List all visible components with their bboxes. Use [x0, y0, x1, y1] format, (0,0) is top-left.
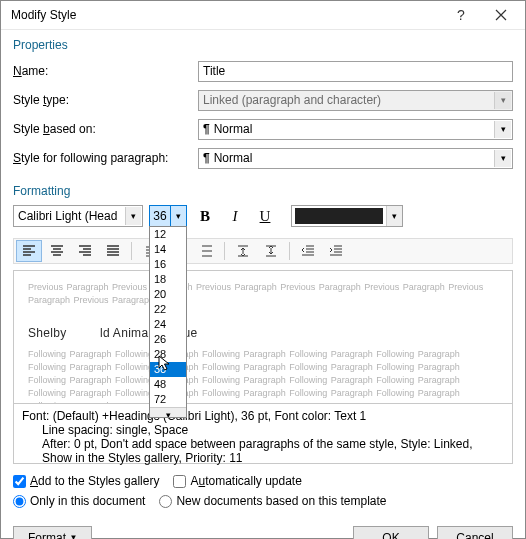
style-based-combo[interactable]: ¶ Normal ▾	[198, 119, 513, 140]
format-button[interactable]: Format ▼	[13, 526, 92, 539]
chevron-down-icon: ▾	[494, 92, 511, 109]
align-right-button[interactable]	[72, 240, 98, 262]
size-option[interactable]: 28	[150, 347, 186, 362]
align-center-button[interactable]	[44, 240, 70, 262]
align-justify-button[interactable]	[100, 240, 126, 262]
name-input[interactable]	[198, 61, 513, 82]
space-before-inc-button[interactable]	[230, 240, 256, 262]
following-para-label: Style for following paragraph:	[13, 151, 198, 165]
paragraph-icon: ¶	[203, 122, 210, 136]
font-family-value: Calibri Light (Head	[18, 209, 117, 223]
help-button[interactable]: ?	[441, 1, 481, 29]
space-after-icon	[263, 243, 279, 259]
size-option[interactable]: 12	[150, 227, 186, 242]
new-docs-radio[interactable]: New documents based on this template	[159, 494, 386, 508]
only-this-doc-input[interactable]	[13, 495, 26, 508]
following-para-combo[interactable]: ¶ Normal ▾	[198, 148, 513, 169]
font-color-combo[interactable]: ▾	[291, 205, 403, 227]
font-family-combo[interactable]: Calibri Light (Head ▾	[13, 205, 143, 227]
size-option[interactable]: 24	[150, 317, 186, 332]
formatting-section: Formatting Calibri Light (Head ▾ 36 ▾ B …	[13, 184, 513, 464]
dialog-footer: Format ▼ OK Cancel	[1, 516, 525, 539]
following-para-value: Normal	[214, 151, 253, 165]
preview-following: Following Paragraph Following Paragraph …	[28, 348, 498, 404]
decrease-indent-button[interactable]	[295, 240, 321, 262]
size-option[interactable]: 72	[150, 392, 186, 407]
italic-button[interactable]: I	[223, 205, 247, 227]
chevron-down-icon[interactable]: ▾	[386, 206, 402, 226]
space-before-dec-button[interactable]	[258, 240, 284, 262]
cancel-button[interactable]: Cancel	[437, 526, 513, 539]
formatting-header: Formatting	[13, 184, 513, 198]
chevron-down-icon[interactable]: ▾	[170, 206, 186, 226]
font-color-swatch	[295, 208, 383, 224]
ok-button[interactable]: OK	[353, 526, 429, 539]
chevron-down-icon: ▼	[69, 533, 77, 539]
indent-inc-icon	[328, 243, 344, 259]
font-size-value: 36	[150, 206, 170, 226]
size-option[interactable]: 14	[150, 242, 186, 257]
dialog-content: Properties Name: Style type: Linked (par…	[1, 30, 525, 516]
preview-previous: Previous Paragraph Previous Paragraph Pr…	[28, 281, 498, 307]
name-row: Name:	[13, 58, 513, 84]
chevron-down-icon[interactable]: ▾	[494, 121, 511, 138]
auto-update-input[interactable]	[173, 475, 186, 488]
add-to-gallery-checkbox[interactable]: Add to the Styles gallery	[13, 474, 159, 488]
following-para-row: Style for following paragraph: ¶ Normal …	[13, 145, 513, 171]
style-description: Font: (Default) +Headings (Calibri Light…	[13, 404, 513, 464]
desc-line-3: After: 0 pt, Don't add space between par…	[22, 437, 504, 465]
properties-header: Properties	[13, 38, 513, 52]
font-toolbar: Calibri Light (Head ▾ 36 ▾ B I U ▾ 12 14	[13, 204, 513, 228]
size-option-selected[interactable]: 36	[150, 362, 186, 377]
style-type-combo: Linked (paragraph and character) ▾	[198, 90, 513, 111]
radio-row: Only in this document New documents base…	[13, 494, 513, 508]
indent-dec-icon	[300, 243, 316, 259]
align-justify-icon	[105, 243, 121, 259]
size-option[interactable]: 16	[150, 257, 186, 272]
scroll-down-icon[interactable]: ▾	[150, 407, 186, 418]
preview-title: Shelby ld Animal Rescue	[28, 311, 498, 344]
toolbar-separator	[289, 242, 290, 260]
underline-button[interactable]: U	[253, 205, 277, 227]
modify-style-dialog: Modify Style ? Properties Name: Style ty…	[0, 0, 526, 539]
align-center-icon	[49, 243, 65, 259]
spacing-loose-icon	[198, 243, 214, 259]
size-option[interactable]: 20	[150, 287, 186, 302]
font-size-combo[interactable]: 36 ▾	[149, 205, 187, 227]
align-left-button[interactable]	[16, 240, 42, 262]
align-left-icon	[21, 243, 37, 259]
paragraph-toolbar	[13, 238, 513, 264]
titlebar: Modify Style ?	[1, 1, 525, 30]
new-docs-input[interactable]	[159, 495, 172, 508]
name-label: Name:	[13, 64, 198, 78]
style-type-label: Style type:	[13, 93, 198, 107]
paragraph-icon: ¶	[203, 151, 210, 165]
close-icon	[493, 7, 509, 23]
size-option[interactable]: 26	[150, 332, 186, 347]
increase-indent-button[interactable]	[323, 240, 349, 262]
size-option[interactable]: 22	[150, 302, 186, 317]
style-type-value: Linked (paragraph and character)	[203, 93, 381, 107]
chevron-down-icon[interactable]: ▾	[494, 150, 511, 167]
font-size-dropdown[interactable]: 12 14 16 18 20 22 24 26 28 36 48 72 ▾	[149, 226, 187, 418]
style-based-value: Normal	[214, 122, 253, 136]
size-option[interactable]: 18	[150, 272, 186, 287]
add-to-gallery-input[interactable]	[13, 475, 26, 488]
only-this-doc-radio[interactable]: Only in this document	[13, 494, 145, 508]
line-spacing-2-button[interactable]	[193, 240, 219, 262]
size-option[interactable]: 48	[150, 377, 186, 392]
style-type-row: Style type: Linked (paragraph and charac…	[13, 87, 513, 113]
space-before-icon	[235, 243, 251, 259]
toolbar-separator	[131, 242, 132, 260]
auto-update-checkbox[interactable]: Automatically update	[173, 474, 301, 488]
bold-button[interactable]: B	[193, 205, 217, 227]
desc-line-2: Line spacing: single, Space	[22, 423, 504, 437]
style-based-label: Style based on:	[13, 122, 198, 136]
chevron-down-icon[interactable]: ▾	[125, 207, 141, 225]
style-based-row: Style based on: ¶ Normal ▾	[13, 116, 513, 142]
align-right-icon	[77, 243, 93, 259]
preview-box: Previous Paragraph Previous Paragraph Pr…	[13, 270, 513, 404]
checkbox-row: Add to the Styles gallery Automatically …	[13, 474, 513, 488]
close-button[interactable]	[481, 1, 521, 29]
desc-line-1: Font: (Default) +Headings (Calibri Light…	[22, 409, 504, 423]
